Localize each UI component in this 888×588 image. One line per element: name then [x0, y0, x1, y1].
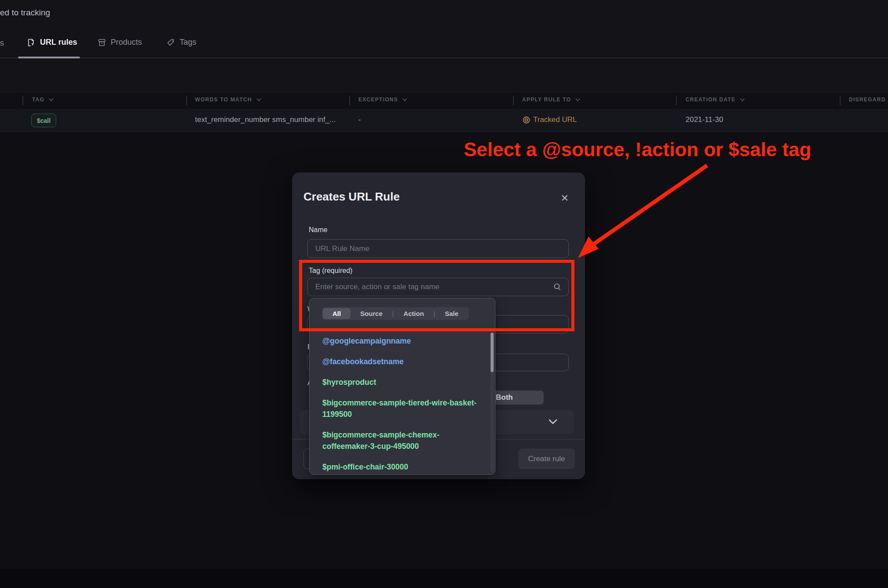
- tab-tags[interactable]: Tags: [166, 38, 196, 47]
- tag-option[interactable]: $bigcommerce-sample-tiered-wire-basket-1…: [322, 397, 486, 420]
- tracked-url-label: Tracked URL: [533, 115, 577, 124]
- tag-search-input[interactable]: Enter source, action or sale tag name: [307, 278, 569, 296]
- name-field-label: Name: [309, 226, 328, 234]
- chevron-down-icon: [402, 98, 407, 101]
- tag-input-placeholder: Enter source, action or sale tag name: [315, 283, 440, 291]
- table-row[interactable]: $call text_reminder_number sms_number in…: [0, 109, 888, 132]
- chevron-down-icon: [256, 98, 261, 101]
- column-label: APPLY RULE TO: [522, 97, 571, 103]
- tab-bar: URL rules Products Tags: [0, 35, 888, 58]
- products-icon: [97, 38, 106, 47]
- filter-tab-action[interactable]: Action: [394, 308, 434, 319]
- tab-products[interactable]: Products: [97, 38, 142, 47]
- tabs-divider: [0, 57, 888, 58]
- column-header-tag[interactable]: TAG: [32, 97, 54, 103]
- column-header-disregard[interactable]: DISREGARD: [849, 97, 886, 103]
- tag-badge: $call: [31, 114, 56, 127]
- row-words-to-match: text_reminder_number sms_number inf_...: [195, 115, 336, 124]
- tags-icon: [166, 38, 175, 47]
- modal-title: Creates URL Rule: [303, 190, 400, 204]
- column-label: EXCEPTIONS: [358, 97, 398, 103]
- column-separator: [676, 96, 677, 105]
- column-label: DISREGARD: [849, 97, 886, 103]
- tab-url-rules-label: URL rules: [40, 38, 77, 47]
- filter-tab-source[interactable]: Source: [350, 308, 392, 319]
- column-header-creation-date[interactable]: CREATION DATE: [686, 97, 745, 103]
- column-separator: [840, 96, 841, 105]
- name-input[interactable]: URL Rule Name: [307, 239, 569, 258]
- search-icon: [553, 283, 562, 291]
- column-header-exceptions[interactable]: EXCEPTIONS: [358, 97, 407, 103]
- name-input-placeholder: URL Rule Name: [315, 244, 369, 253]
- tab-tags-label: Tags: [180, 38, 196, 47]
- both-option-button[interactable]: Both: [491, 391, 544, 405]
- dropdown-scrollbar-thumb[interactable]: [491, 333, 494, 372]
- tag-option[interactable]: @facebookadsetname: [322, 356, 486, 367]
- tag-option[interactable]: $pmi-office-chair-30000: [322, 461, 486, 473]
- close-icon[interactable]: ✕: [558, 192, 571, 205]
- filter-tab-all[interactable]: All: [323, 308, 350, 319]
- annotation-text: Select a @source, !action or $sale tag: [464, 139, 885, 161]
- chevron-down-icon: [575, 98, 580, 101]
- column-header-apply-rule-to[interactable]: APPLY RULE TO: [522, 97, 580, 103]
- active-tab-underline: [18, 57, 80, 58]
- row-exceptions: -: [358, 115, 361, 124]
- tag-dropdown-panel: All Source | Action | Sale @googlecampai…: [309, 298, 495, 475]
- chevron-down-icon: [549, 419, 557, 424]
- row-creation-date: 2021-11-30: [686, 115, 723, 124]
- tag-field-label: Tag (required): [309, 267, 353, 275]
- column-separator: [349, 96, 350, 105]
- tag-option[interactable]: @googlecampaignname: [322, 335, 486, 347]
- column-separator: [186, 96, 187, 105]
- column-label: WORDS TO MATCH: [195, 97, 252, 103]
- create-rule-button[interactable]: Create rule: [518, 448, 575, 469]
- tab-url-rules[interactable]: URL rules: [27, 38, 77, 47]
- column-label: TAG: [32, 97, 44, 103]
- tag-suggestion-list: @googlecampaignname @facebookadsetname $…: [322, 335, 486, 473]
- both-option-label: Both: [496, 393, 513, 402]
- create-url-rule-modal: Creates URL Rule ✕ Name URL Rule Name Ta…: [292, 172, 585, 479]
- column-separator: [22, 96, 23, 105]
- filter-tab-sale[interactable]: Sale: [435, 308, 468, 319]
- tag-type-filter-tabs: All Source | Action | Sale: [322, 307, 469, 320]
- app-root: ed to tracking s URL rules Products Tags: [0, 0, 888, 588]
- chevron-down-icon: [49, 98, 54, 101]
- tracked-url-icon: [523, 116, 530, 124]
- bottom-strip: [0, 569, 888, 588]
- row-apply-rule-to: Tracked URL: [523, 115, 577, 124]
- column-label: CREATION DATE: [686, 97, 736, 103]
- tag-option[interactable]: $hyrosproduct: [322, 376, 486, 388]
- url-rules-icon: [27, 38, 36, 47]
- tag-option[interactable]: $bigcommerce-sample-chemex-coffeemaker-3…: [322, 429, 486, 452]
- tab-products-label: Products: [111, 38, 142, 47]
- chevron-down-icon: [740, 98, 745, 101]
- column-separator: [513, 96, 514, 105]
- page-title-fragment: ed to tracking: [0, 8, 50, 18]
- column-header-words[interactable]: WORDS TO MATCH: [195, 97, 261, 103]
- table-header: TAG WORDS TO MATCH EXCEPTIONS APPLY RULE…: [0, 93, 888, 109]
